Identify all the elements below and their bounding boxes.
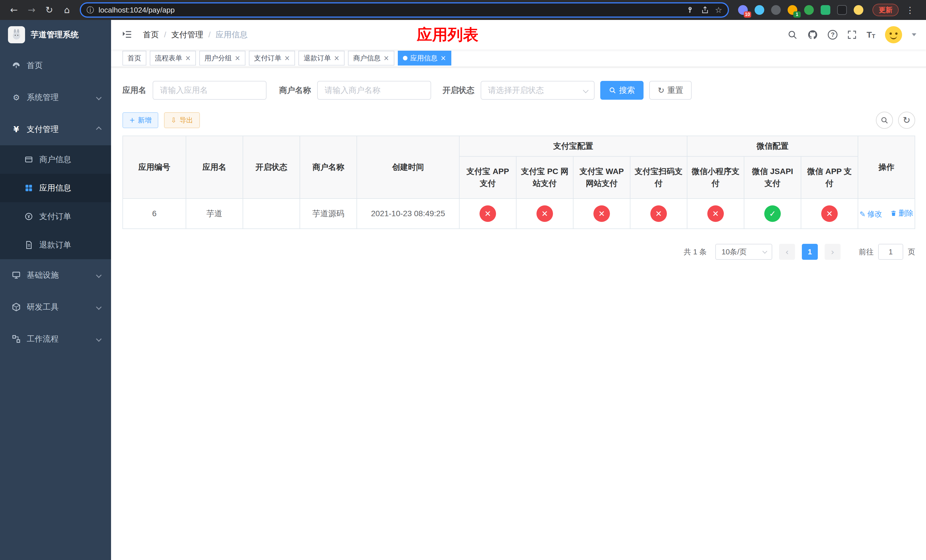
password-key-icon[interactable] — [687, 6, 695, 14]
search-button[interactable]: 搜索 — [600, 81, 643, 100]
trash-icon — [890, 210, 897, 217]
tab-pay-order[interactable]: 支付订单× — [249, 51, 295, 65]
sidebar-toggle-icon[interactable] — [121, 29, 133, 41]
extension-translate-icon[interactable]: 1 — [788, 5, 797, 15]
cell-alipay-wap: ✕ — [573, 198, 630, 229]
extension-chat-icon[interactable] — [821, 5, 830, 15]
edit-link[interactable]: ✎ 修改 — [859, 209, 882, 219]
share-icon[interactable] — [701, 6, 709, 14]
extension-green-circle-icon[interactable] — [804, 5, 814, 15]
tab-process-form[interactable]: 流程表单× — [150, 51, 196, 65]
gear-icon: ⚙ — [11, 93, 21, 102]
extensions-area: 10 1 — [738, 5, 863, 15]
sidebar-item-devtools[interactable]: 研发工具 — [0, 291, 111, 323]
extension-drop-icon[interactable] — [755, 5, 764, 15]
goto-page-input[interactable] — [878, 244, 903, 260]
search-icon[interactable] — [787, 30, 797, 40]
next-page-button[interactable]: › — [825, 244, 841, 260]
cell-wechat-jsapi: ✓ — [744, 198, 801, 229]
export-button[interactable]: ⇩ 导出 — [164, 112, 200, 128]
address-bar[interactable]: ⓘ localhost:1024/pay/app ☆ — [80, 2, 729, 18]
extension-emoji-icon[interactable] — [854, 5, 863, 15]
edit-icon: ✎ — [859, 210, 865, 218]
status-no-icon: ✕ — [651, 205, 667, 222]
breadcrumb-home[interactable]: 首页 — [143, 29, 159, 40]
table-row: 6 芋道 芋道源码 2021-10-23 08:49:25 ✕ ✕ ✕ ✕ ✕ — [123, 198, 915, 229]
toggle-search-button[interactable] — [876, 112, 893, 129]
extension-dark-icon[interactable] — [771, 5, 781, 15]
download-icon: ⇩ — [171, 116, 177, 124]
forward-icon[interactable]: → — [23, 2, 40, 18]
page-content: 应用名 商户名称 开启状态 请选择开启状态 搜索 — [111, 67, 926, 260]
col-app-name: 应用名 — [186, 136, 243, 198]
extension-pin-icon[interactable] — [837, 5, 847, 15]
avatar[interactable] — [885, 26, 902, 43]
reload-icon[interactable]: ↻ — [41, 2, 57, 18]
close-icon[interactable]: × — [334, 54, 339, 62]
sidebar-item-refund-order[interactable]: 退款订单 — [0, 231, 111, 259]
sidebar-item-infra[interactable]: 基础设施 — [0, 259, 111, 291]
close-icon[interactable]: × — [440, 54, 446, 62]
back-icon[interactable]: ← — [6, 2, 22, 18]
toolbox-icon — [11, 303, 21, 312]
col-alipay-app: 支付宝 APP 支付 — [459, 156, 516, 198]
app-name-input[interactable] — [153, 81, 266, 100]
refresh-table-button[interactable]: ↻ — [898, 112, 915, 129]
close-icon[interactable]: × — [284, 54, 290, 62]
font-size-icon[interactable]: TT — [867, 30, 875, 39]
app-logo — [8, 26, 25, 43]
cell-alipay-qr: ✕ — [630, 198, 687, 229]
breadcrumb-pay[interactable]: 支付管理 — [171, 29, 203, 40]
col-alipay-pc: 支付宝 PC 网站支付 — [516, 156, 573, 198]
tab-user-group[interactable]: 用户分组× — [199, 51, 245, 65]
extension-puzzle-icon[interactable]: 10 — [738, 5, 748, 15]
github-icon[interactable] — [807, 29, 818, 40]
sidebar-item-pay-order[interactable]: 支付订单 — [0, 202, 111, 231]
browser-menu-icon[interactable]: ⋮ — [904, 5, 916, 15]
sidebar-item-home[interactable]: 首页 — [0, 50, 111, 82]
page-number-1[interactable]: 1 — [802, 244, 818, 260]
close-icon[interactable]: × — [235, 54, 240, 62]
sidebar-item-app-info[interactable]: 应用信息 — [0, 174, 111, 202]
status-no-icon: ✕ — [821, 205, 838, 222]
cell-merchant: 芋道源码 — [300, 198, 357, 229]
reset-button[interactable]: ↻ 重置 — [649, 81, 691, 100]
site-info-icon[interactable]: ⓘ — [86, 5, 94, 15]
browser-update-button[interactable]: 更新 — [873, 4, 899, 16]
cell-alipay-pc: ✕ — [516, 198, 573, 229]
app-table: 应用编号 应用名 开启状态 商户名称 创建时间 支付宝配置 微信配置 操作 支付… — [123, 136, 915, 229]
goto-label: 前往 — [859, 247, 874, 257]
active-dot — [403, 56, 407, 61]
delete-link[interactable]: 删除 — [890, 208, 914, 218]
sidebar: 芋道管理系统 首页 ⚙ 系统管理 ¥ 支付管理 — [0, 20, 111, 560]
tab-merchant-info[interactable]: 商户信息× — [348, 51, 394, 65]
chevron-down-icon — [96, 95, 101, 100]
merchant-name-input[interactable] — [317, 81, 431, 100]
tab-refund-order[interactable]: 退款订单× — [298, 51, 345, 65]
card-icon — [24, 155, 33, 164]
top-navbar: 首页 / 支付管理 / 应用信息 应用列表 ? — [111, 20, 926, 50]
cell-created: 2021-10-23 08:49:25 — [357, 198, 459, 229]
cell-app-name: 芋道 — [186, 198, 243, 229]
bookmark-star-icon[interactable]: ☆ — [715, 5, 722, 15]
url-text[interactable]: localhost:1024/pay/app — [98, 6, 682, 15]
add-button[interactable]: + 新增 — [123, 112, 158, 128]
close-icon[interactable]: × — [185, 54, 191, 62]
help-icon[interactable]: ? — [828, 30, 837, 39]
browser-window: ← → ↻ ⌂ ⓘ localhost:1024/pay/app ☆ 10 1 — [0, 0, 926, 560]
extension-badge: 10 — [744, 11, 751, 18]
prev-page-button[interactable]: ‹ — [779, 244, 795, 260]
tab-home[interactable]: 首页 — [123, 51, 146, 65]
sidebar-item-workflow[interactable]: 工作流程 — [0, 323, 111, 355]
sidebar-item-merchant-info[interactable]: 商户信息 — [0, 145, 111, 174]
chevron-down-icon — [96, 336, 101, 342]
close-icon[interactable]: × — [383, 54, 389, 62]
page-size-select[interactable]: 10条/页 — [715, 244, 772, 260]
sidebar-item-system[interactable]: ⚙ 系统管理 — [0, 82, 111, 114]
status-select[interactable]: 请选择开启状态 — [481, 81, 595, 100]
home-icon[interactable]: ⌂ — [59, 2, 75, 18]
tab-app-info[interactable]: 应用信息× — [398, 51, 451, 65]
sidebar-item-pay[interactable]: ¥ 支付管理 — [0, 114, 111, 145]
fullscreen-icon[interactable] — [847, 30, 857, 39]
avatar-caret-icon[interactable] — [912, 33, 916, 36]
